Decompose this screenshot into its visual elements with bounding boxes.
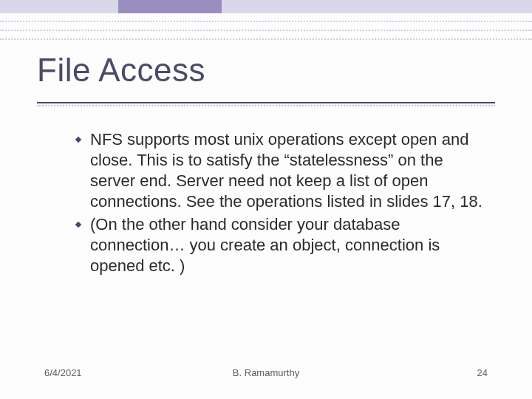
content-area: NFS supports most unix operations except… [74, 129, 488, 278]
svg-rect-1 [75, 221, 81, 227]
bullet-text: (On the other hand consider your databas… [90, 214, 488, 276]
footer-date: 6/4/2021 [44, 367, 82, 378]
svg-rect-0 [75, 137, 81, 143]
title-underline [37, 102, 495, 103]
bullet-text: NFS supports most unix operations except… [90, 129, 488, 213]
diamond-bullet-icon [74, 135, 83, 144]
top-band [0, 0, 532, 13]
decorative-dots [0, 21, 532, 22]
title-underline-dots [37, 105, 495, 106]
top-accent [118, 0, 222, 13]
footer-page-number: 24 [477, 367, 488, 378]
list-item: NFS supports most unix operations except… [74, 129, 488, 213]
diamond-bullet-icon [74, 220, 83, 229]
slide-title: File Access [37, 52, 205, 89]
list-item: (On the other hand consider your databas… [74, 214, 488, 276]
footer-author: B. Ramamurthy [233, 367, 299, 378]
decorative-dots [0, 30, 532, 31]
decorative-dots [0, 38, 532, 40]
